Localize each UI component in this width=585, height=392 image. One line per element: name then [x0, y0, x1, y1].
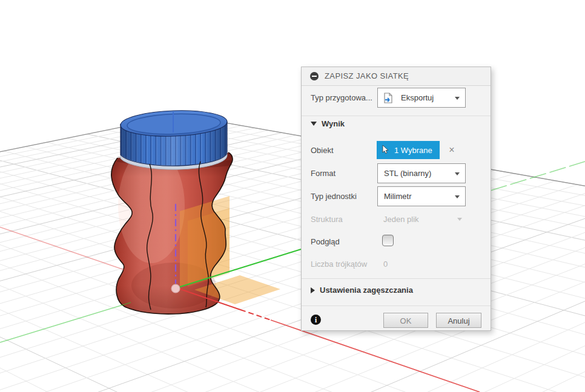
section-result[interactable]: Wynik — [311, 119, 345, 128]
unit-type-label: Typ jednostki — [311, 192, 357, 201]
expand-triangle-icon — [311, 287, 315, 293]
unit-type-value: Milimetr — [384, 192, 412, 201]
ok-button[interactable]: OK — [383, 313, 428, 328]
fusion-canvas: ZAPISZ JAKO SIATKĘ Typ przygotowa... Eks… — [0, 0, 585, 392]
object-label: Obiekt — [311, 146, 334, 155]
x-axis-dashed — [240, 310, 271, 320]
section-refinement[interactable]: Ustawienia zagęszczania — [311, 286, 413, 295]
triangle-count-value: 0 — [383, 260, 388, 269]
x-axis-far — [0, 227, 124, 270]
info-icon[interactable] — [311, 315, 321, 325]
dialog-title: ZAPISZ JAKO SIATKĘ — [325, 67, 409, 85]
format-label: Format — [311, 169, 335, 178]
unit-type-dropdown[interactable]: Milimetr — [377, 186, 466, 206]
selection-chip-label: 1 Wybrane — [394, 146, 432, 155]
prep-type-label: Typ przygotowa... — [311, 93, 372, 102]
collapse-triangle-icon — [311, 122, 317, 126]
clear-selection-button[interactable]: × — [446, 141, 458, 159]
format-value: STL (binarny) — [384, 169, 431, 178]
format-dropdown[interactable]: STL (binarny) — [377, 163, 466, 183]
structure-label: Struktura — [311, 215, 343, 224]
prep-type-dropdown[interactable]: Eksportuj — [377, 88, 466, 108]
cursor-icon — [382, 145, 390, 155]
chevron-down-icon — [455, 97, 460, 100]
export-icon — [383, 92, 395, 104]
structure-value: Jeden plik — [383, 215, 419, 224]
preview-checkbox[interactable] — [382, 235, 394, 246]
viewport-3d[interactable] — [0, 0, 585, 392]
prep-type-value: Eksportuj — [401, 93, 434, 102]
dialog-titlebar[interactable]: ZAPISZ JAKO SIATKĘ — [302, 67, 491, 86]
save-as-mesh-dialog: ZAPISZ JAKO SIATKĘ Typ przygotowa... Eks… — [301, 67, 491, 331]
cancel-button[interactable]: Anuluj — [436, 313, 481, 328]
drag-grip-icon[interactable] — [310, 72, 319, 80]
selection-chip[interactable]: 1 Wybrane — [377, 141, 440, 159]
vertical-plane-inner — [188, 208, 230, 287]
chevron-down-icon — [455, 195, 460, 198]
chevron-down-icon-disabled — [457, 218, 462, 221]
origin-point[interactable] — [171, 284, 180, 293]
triangle-count-label: Liczba trójkątów — [311, 260, 367, 269]
chevron-down-icon — [455, 172, 460, 175]
ground-grid — [0, 115, 585, 392]
y-axis-right — [491, 162, 585, 191]
preview-label: Podgląd — [311, 237, 340, 246]
